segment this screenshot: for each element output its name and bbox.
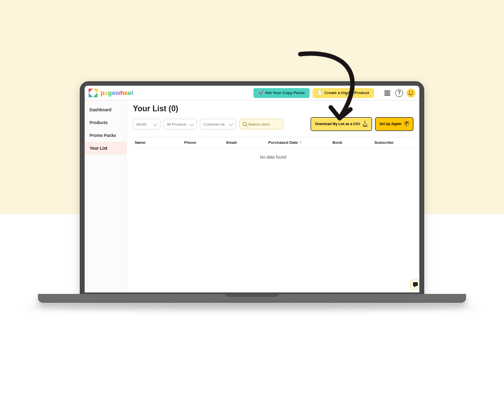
search-placeholder: Search users xyxy=(248,122,270,127)
dropdown-label: Customer na.. xyxy=(203,122,226,127)
sidebar-item-promo-packs[interactable]: Promo Packs xyxy=(85,129,126,142)
profile-smiley-icon[interactable] xyxy=(407,89,415,97)
rocket-icon: 🚀 xyxy=(258,91,263,95)
download-icon xyxy=(363,122,368,127)
button-label: Download My List as a CSV xyxy=(315,122,360,126)
sort-ascending-icon: ↑ xyxy=(299,140,302,145)
column-header-email[interactable]: Email xyxy=(226,140,263,145)
app-screen: pagewheel 🚀 Get Your Copy Packs 📄 Create… xyxy=(85,86,419,292)
document-icon: 📄 xyxy=(317,91,322,95)
dropdown-label: All Products xyxy=(167,122,187,127)
get-copy-packs-button[interactable]: 🚀 Get Your Copy Packs xyxy=(253,88,310,98)
sidebar-item-products[interactable]: Products xyxy=(85,116,126,129)
table-header: Name Phone Email Purchased Date ↑ Book S… xyxy=(133,137,413,148)
list-view-icon[interactable] xyxy=(383,89,392,97)
laptop-frame: pagewheel 🚀 Get Your Copy Packs 📄 Create… xyxy=(73,81,431,310)
button-label: Create a Digital Product xyxy=(324,91,369,95)
app-header: pagewheel 🚀 Get Your Copy Packs 📄 Create… xyxy=(85,86,419,100)
chevron-down-icon xyxy=(189,121,194,126)
column-header-purchased-date[interactable]: Purchased Date ↑ xyxy=(268,140,327,145)
screen-bezel: pagewheel 🚀 Get Your Copy Packs 📄 Create… xyxy=(80,81,424,294)
table: Name Phone Email Purchased Date ↑ Book S… xyxy=(133,137,413,166)
app-body: Dashboard Products Promo Packs Your List… xyxy=(85,100,419,292)
search-input[interactable]: Search users xyxy=(239,119,284,129)
sidebar-item-dashboard[interactable]: Dashboard xyxy=(85,103,126,116)
customer-name-dropdown[interactable]: Customer na.. xyxy=(200,119,236,129)
laptop-base xyxy=(38,294,466,303)
main-content: Your List (0) Month All Products Custome… xyxy=(127,100,419,292)
sidebar-item-your-list[interactable]: Your List xyxy=(85,142,126,155)
sidebar: Dashboard Products Promo Packs Your List xyxy=(85,100,127,292)
search-icon xyxy=(243,122,247,126)
chat-widget-icon[interactable] xyxy=(410,279,419,290)
button-label: Set Up Zapier xyxy=(379,122,402,126)
chevron-down-icon xyxy=(153,121,158,126)
empty-state-message: No data found xyxy=(133,148,413,166)
filter-row: Month All Products Customer na.. xyxy=(133,117,413,131)
brand-wordmark: pagewheel xyxy=(100,89,133,97)
create-digital-product-button[interactable]: 📄 Create a Digital Product xyxy=(313,88,374,98)
column-header-name[interactable]: Name xyxy=(133,140,179,145)
column-header-book[interactable]: Book xyxy=(332,140,369,145)
upload-icon xyxy=(404,122,409,127)
dropdown-label: Month xyxy=(136,122,147,127)
button-label: Get Your Copy Packs xyxy=(265,91,305,95)
column-label: Purchased Date xyxy=(268,140,298,145)
download-csv-button[interactable]: Download My List as a CSV xyxy=(311,117,372,131)
column-header-phone[interactable]: Phone xyxy=(184,140,221,145)
chevron-down-icon xyxy=(229,121,234,126)
month-dropdown[interactable]: Month xyxy=(133,119,160,129)
column-header-subscribe[interactable]: Subscribe xyxy=(375,140,413,145)
help-icon[interactable]: ? xyxy=(395,89,404,97)
page-title: Your List (0) xyxy=(133,104,413,113)
setup-zapier-button[interactable]: Set Up Zapier xyxy=(375,117,413,131)
products-dropdown[interactable]: All Products xyxy=(163,119,197,129)
logo-pinwheel-icon xyxy=(89,89,97,97)
